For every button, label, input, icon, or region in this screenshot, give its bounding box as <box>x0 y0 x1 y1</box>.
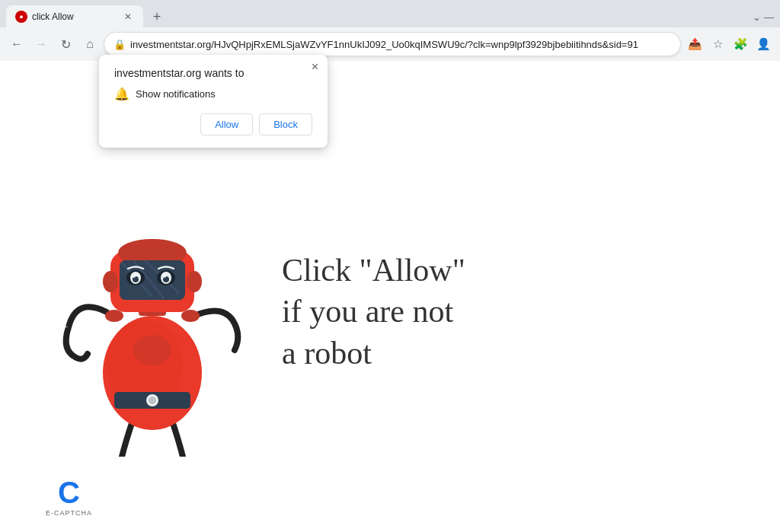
tab-bar-right-controls: ⌄ — <box>753 11 774 23</box>
tab-bar: ● click Allow ✕ + ⌄ — <box>0 0 780 27</box>
cta-line2: if you are not <box>282 291 465 333</box>
svg-point-9 <box>187 271 202 292</box>
home-icon: ⌂ <box>86 37 94 51</box>
back-icon: ← <box>11 37 23 51</box>
back-button[interactable]: ← <box>6 33 27 55</box>
profile-icon[interactable]: 👤 <box>753 33 774 55</box>
bookmark-icon[interactable]: ☆ <box>707 33 728 55</box>
tab-close-button[interactable]: ✕ <box>122 11 134 23</box>
active-tab[interactable]: ● click Allow ✕ <box>6 5 143 28</box>
svg-point-24 <box>105 310 123 322</box>
svg-point-8 <box>103 271 118 292</box>
notification-popup: × investmentstar.org wants to 🔔 Show not… <box>99 55 328 148</box>
extensions-icon[interactable]: 🧩 <box>730 33 751 55</box>
popup-title: investmentstar.org wants to <box>114 67 312 79</box>
address-bar[interactable]: 🔒 investmentstar.org/HJvQHpjRxEMLSjaWZvY… <box>104 32 681 56</box>
robot-cta-container: Click "Allow" if you are not a robot <box>46 167 465 457</box>
ecaptcha-logo: C E-CAPTCHA <box>46 477 92 517</box>
block-button[interactable]: Block <box>259 113 312 135</box>
popup-button-row: Allow Block <box>114 113 312 135</box>
browser-chrome: ● click Allow ✕ + ⌄ — ← → ↻ ⌂ 🔒 investme… <box>0 0 780 61</box>
refresh-icon: ↻ <box>61 37 71 52</box>
popup-close-button[interactable]: × <box>312 61 318 73</box>
refresh-button[interactable]: ↻ <box>55 33 76 55</box>
svg-point-18 <box>133 275 136 278</box>
lock-icon: 🔒 <box>113 39 126 50</box>
tab-title: click Allow <box>32 11 122 22</box>
new-tab-button[interactable]: + <box>146 6 168 27</box>
page-content: × investmentstar.org wants to 🔔 Show not… <box>0 61 780 532</box>
notification-row: 🔔 Show notifications <box>114 87 312 101</box>
url-text: investmentstar.org/HJvQHpjRxEMLSjaWZvYF1… <box>130 39 671 50</box>
forward-button[interactable]: → <box>30 33 52 55</box>
ecaptcha-label: E-CAPTCHA <box>46 509 92 517</box>
cta-line1: Click "Allow" <box>282 250 465 291</box>
cta-line3: a robot <box>282 333 465 374</box>
tab-favicon: ● <box>15 11 27 23</box>
share-icon[interactable]: 📤 <box>684 33 705 55</box>
home-button[interactable]: ⌂ <box>79 33 101 55</box>
notification-label: Show notifications <box>136 88 216 100</box>
allow-button[interactable]: Allow <box>200 113 253 135</box>
bell-icon: 🔔 <box>114 87 129 101</box>
svg-point-25 <box>181 310 200 322</box>
toolbar-icons: 📤 ☆ 🧩 👤 <box>684 33 774 55</box>
svg-point-23 <box>133 335 171 365</box>
ecaptcha-letter: C <box>58 477 80 508</box>
cta-text-block: Click "Allow" if you are not a robot <box>267 250 465 374</box>
robot-illustration <box>46 167 259 457</box>
svg-point-22 <box>163 275 166 278</box>
forward-icon: → <box>35 37 47 51</box>
svg-point-4 <box>149 397 156 404</box>
